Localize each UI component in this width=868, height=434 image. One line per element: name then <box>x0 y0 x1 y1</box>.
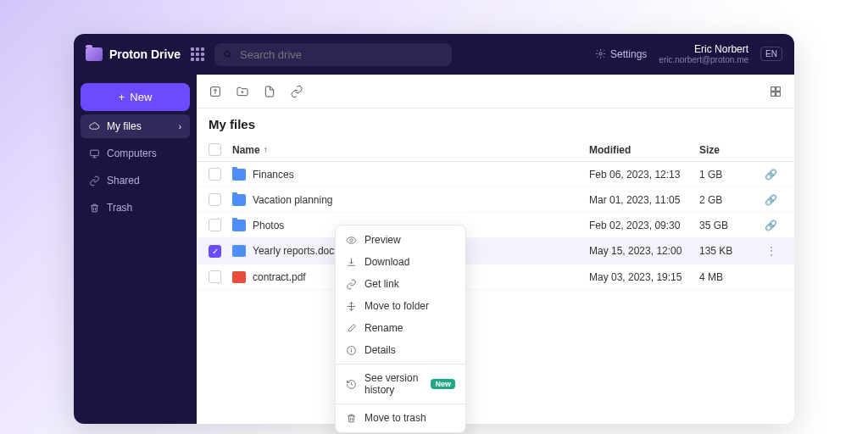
row-checkbox[interactable] <box>209 193 221 206</box>
file-modified: Feb 06, 2023, 12:13 <box>589 169 699 181</box>
table-row[interactable]: FinancesFeb 06, 2023, 12:131 GB🔗 <box>197 162 794 187</box>
file-modified: Mar 01, 2023, 11:05 <box>589 194 699 206</box>
toolbar <box>197 75 794 108</box>
shared-link-icon[interactable]: 🔗 <box>765 169 777 181</box>
file-size: 135 KB <box>699 245 759 257</box>
svg-rect-9 <box>771 92 776 96</box>
new-badge: New <box>431 379 455 389</box>
menu-download[interactable]: Download <box>336 251 465 273</box>
share-link-icon[interactable] <box>290 85 303 98</box>
eye-icon <box>346 235 357 246</box>
menu-get-link[interactable]: Get link <box>336 273 465 295</box>
sidebar-item-label: Shared <box>107 175 140 186</box>
file-modified: Feb 02, 2023, 09:30 <box>589 220 699 231</box>
info-icon <box>346 345 357 356</box>
file-modified: May 03, 2023, 19:15 <box>589 271 699 283</box>
menu-separator <box>336 403 465 404</box>
new-folder-icon[interactable] <box>236 85 249 98</box>
new-label: New <box>130 91 152 103</box>
menu-preview[interactable]: Preview <box>336 229 465 251</box>
pdf-icon <box>232 271 246 283</box>
doc-icon <box>232 245 246 257</box>
shared-link-icon[interactable]: 🔗 <box>765 194 777 206</box>
svg-point-0 <box>225 51 230 56</box>
table-row[interactable]: Yearly reports.docxMay 15, 2023, 12:0013… <box>197 238 794 264</box>
download-icon <box>346 257 357 268</box>
sidebar-item-shared[interactable]: Shared <box>81 169 190 192</box>
sidebar-item-computers[interactable]: Computers <box>81 142 190 165</box>
file-size: 4 MB <box>699 271 759 283</box>
main: My files Name↑ Modified Size FinancesFeb… <box>197 75 794 424</box>
table-row[interactable]: PhotosFeb 02, 2023, 09:3035 GB🔗 <box>197 213 794 238</box>
file-list: FinancesFeb 06, 2023, 12:131 GB🔗Vacation… <box>197 162 794 290</box>
edit-icon <box>346 323 357 334</box>
menu-version-history[interactable]: See version historyNew <box>336 367 465 401</box>
row-checkbox[interactable] <box>209 219 221 231</box>
row-checkbox[interactable] <box>209 270 221 283</box>
brand-label: Proton Drive <box>109 47 181 61</box>
link-icon <box>89 175 100 186</box>
row-checkbox[interactable] <box>209 168 221 181</box>
menu-separator <box>336 364 465 364</box>
user-name: Eric Norbert <box>659 43 748 55</box>
cloud-icon <box>89 121 100 132</box>
select-all-checkbox[interactable] <box>209 143 221 156</box>
sidebar-item-my-files[interactable]: My files › <box>81 114 190 138</box>
menu-move[interactable]: Move to folder <box>336 295 465 317</box>
file-size: 1 GB <box>699 169 759 181</box>
sort-asc-icon: ↑ <box>264 145 268 154</box>
row-checkbox[interactable] <box>209 245 221 258</box>
table-row[interactable]: contract.pdfMay 03, 2023, 19:154 MB <box>197 264 794 290</box>
shared-link-icon[interactable]: 🔗 <box>765 220 777 231</box>
settings-label: Settings <box>610 48 647 60</box>
search-box[interactable] <box>214 43 452 66</box>
trash-icon <box>346 413 357 424</box>
user-block[interactable]: Eric Norbert eric.norbert@proton.me <box>659 43 748 65</box>
brand: Proton Drive <box>86 47 181 61</box>
menu-details[interactable]: Details <box>336 339 465 361</box>
folder-icon <box>232 169 246 181</box>
move-icon <box>346 301 357 312</box>
apps-switcher-icon[interactable] <box>191 47 204 61</box>
layout-grid-icon[interactable] <box>769 85 782 98</box>
search-icon <box>223 49 233 60</box>
more-icon[interactable]: ⋮ <box>765 244 776 258</box>
proton-drive-logo-icon <box>86 47 103 61</box>
file-size: 2 GB <box>699 194 759 206</box>
gear-icon <box>595 48 606 59</box>
table-header: Name↑ Modified Size <box>197 138 794 162</box>
menu-rename[interactable]: Rename <box>336 317 465 339</box>
menu-trash[interactable]: Move to trash <box>336 407 465 429</box>
svg-rect-3 <box>91 150 99 156</box>
sidebar-item-trash[interactable]: Trash <box>81 196 190 220</box>
file-name: Finances <box>232 169 589 181</box>
column-name[interactable]: Name↑ <box>232 144 589 156</box>
sidebar-item-label: My files <box>107 120 142 132</box>
folder-icon <box>232 194 246 206</box>
svg-point-14 <box>351 348 352 349</box>
sidebar-item-label: Trash <box>107 202 132 214</box>
settings-link[interactable]: Settings <box>595 48 647 60</box>
svg-rect-10 <box>776 92 781 96</box>
folder-icon <box>232 220 246 231</box>
file-name: Vacation planning <box>232 194 589 206</box>
svg-rect-8 <box>776 86 781 91</box>
svg-point-11 <box>350 238 353 241</box>
trash-icon <box>89 203 100 214</box>
upload-icon[interactable] <box>209 85 222 98</box>
svg-rect-7 <box>771 86 776 91</box>
column-modified[interactable]: Modified <box>589 144 699 156</box>
context-menu: Preview Download Get link Move to folder… <box>335 225 466 433</box>
svg-point-2 <box>599 53 602 55</box>
topbar: Proton Drive Settings Eric Norbert eric.… <box>74 34 794 75</box>
table-row[interactable]: Vacation planningMar 01, 2023, 11:052 GB… <box>197 187 794 213</box>
svg-line-1 <box>230 56 232 58</box>
file-modified: May 15, 2023, 12:00 <box>589 245 699 257</box>
new-file-icon[interactable] <box>263 85 276 98</box>
new-button[interactable]: + New <box>81 83 190 111</box>
column-size[interactable]: Size <box>699 144 759 156</box>
language-badge[interactable]: EN <box>760 47 782 61</box>
user-email: eric.norbert@proton.me <box>659 55 748 65</box>
search-input[interactable] <box>240 48 443 61</box>
plus-icon: + <box>119 91 125 103</box>
